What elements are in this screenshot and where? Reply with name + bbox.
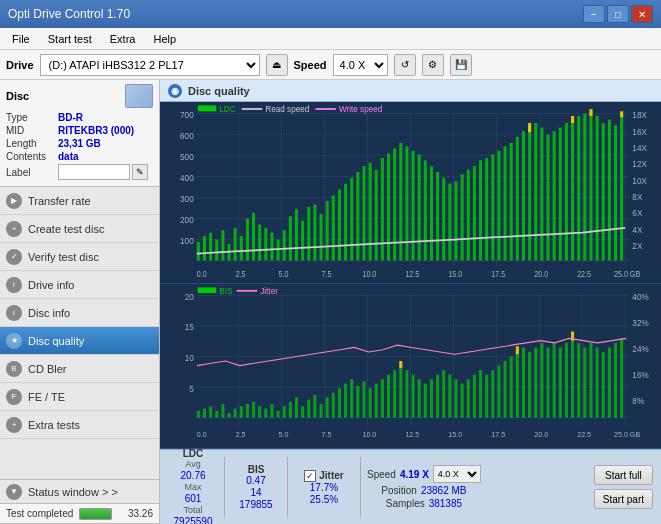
disc-mid-label: MID [6, 125, 58, 136]
nav-cd-bler[interactable]: B CD Bler [0, 355, 159, 383]
svg-rect-51 [393, 149, 396, 261]
svg-rect-53 [405, 146, 408, 260]
svg-rect-205 [583, 347, 586, 417]
svg-rect-84 [596, 116, 599, 261]
svg-text:Read speed: Read speed [265, 104, 309, 115]
nav-create-test-disc[interactable]: + Create test disc [0, 215, 159, 243]
drive-select[interactable]: (D:) ATAPI iHBS312 2 PL17 [40, 54, 260, 76]
nav-disc-quality[interactable]: ★ Disc quality [0, 327, 159, 355]
svg-rect-163 [326, 397, 329, 417]
settings-button[interactable]: ⚙ [422, 54, 444, 76]
disc-type-row: Type BD-R [6, 112, 153, 123]
menu-extra[interactable]: Extra [102, 31, 144, 47]
svg-rect-154 [270, 404, 273, 418]
svg-rect-170 [369, 388, 372, 417]
eject-button[interactable]: ⏏ [266, 54, 288, 76]
bis-chart-svg: 20 15 10 5 40% 32% 24% 16% 8% 0.0 2.5 5.… [160, 284, 661, 448]
svg-rect-189 [485, 374, 488, 417]
jitter-checkbox[interactable]: ✓ [304, 470, 316, 482]
status-window-button[interactable]: ▼ Status window > > [0, 480, 159, 504]
svg-rect-58 [436, 172, 439, 261]
svg-rect-147 [227, 413, 230, 418]
minimize-button[interactable]: − [583, 5, 605, 23]
max-ldc-value: 601 [185, 493, 202, 504]
speed-stat-select[interactable]: 4.0 X [433, 465, 481, 483]
menu-start-test[interactable]: Start test [40, 31, 100, 47]
window-controls: − □ ✕ [583, 5, 653, 23]
svg-text:32%: 32% [632, 317, 649, 327]
svg-rect-145 [215, 411, 218, 418]
nav-cd-bler-label: CD Bler [28, 363, 67, 375]
svg-rect-148 [234, 408, 237, 417]
progress-bar [79, 508, 112, 520]
nav-extra-tests[interactable]: + Extra tests [0, 411, 159, 439]
nav-drive-info[interactable]: i Drive info [0, 271, 159, 299]
disc-contents-value: data [58, 151, 79, 162]
svg-rect-151 [252, 402, 255, 418]
svg-rect-85 [602, 123, 605, 261]
start-full-button[interactable]: Start full [594, 465, 653, 485]
nav-disc-info[interactable]: i Disc info [0, 299, 159, 327]
svg-rect-208 [602, 352, 605, 418]
svg-text:10X: 10X [632, 175, 647, 186]
disc-label-input[interactable] [58, 164, 130, 180]
svg-rect-79 [565, 123, 568, 261]
speed-select[interactable]: 4.0 X [333, 54, 388, 76]
svg-rect-90 [571, 116, 574, 123]
svg-rect-74 [534, 123, 537, 261]
svg-rect-25 [234, 228, 237, 261]
svg-rect-150 [246, 404, 249, 418]
total-ldc-value: 7925590 [174, 516, 213, 525]
svg-rect-54 [412, 151, 415, 261]
svg-rect-183 [448, 374, 451, 417]
menu-file[interactable]: File [4, 31, 38, 47]
svg-rect-62 [461, 174, 464, 260]
disc-label-edit-button[interactable]: ✎ [132, 164, 148, 180]
nav-verify-test-disc-label: Verify test disc [28, 251, 99, 263]
progress-value: 33.26 [118, 508, 153, 519]
svg-rect-88 [620, 114, 623, 261]
refresh-button[interactable]: ↺ [394, 54, 416, 76]
bis-chart: 20 15 10 5 40% 32% 24% 16% 8% 0.0 2.5 5.… [160, 284, 661, 449]
disc-icon [125, 84, 153, 108]
sep2 [287, 457, 288, 517]
nav-transfer-rate[interactable]: ▶ Transfer rate [0, 187, 159, 215]
svg-rect-181 [436, 374, 439, 417]
svg-rect-200 [553, 343, 556, 418]
svg-rect-50 [387, 153, 390, 260]
svg-text:100: 100 [180, 236, 194, 247]
nav-verify-test-disc-icon: ✓ [6, 249, 22, 265]
disc-quality-header: ◉ Disc quality [160, 80, 661, 102]
svg-rect-165 [338, 388, 341, 417]
menu-help[interactable]: Help [145, 31, 184, 47]
svg-rect-195 [522, 347, 525, 417]
svg-rect-31 [270, 233, 273, 261]
svg-text:0.0: 0.0 [197, 429, 207, 438]
nav-fe-te[interactable]: F FE / TE [0, 383, 159, 411]
svg-rect-235 [198, 287, 216, 293]
save-button[interactable]: 💾 [450, 54, 472, 76]
status-bar: Test completed 33.26 [0, 504, 159, 524]
svg-rect-32 [277, 240, 280, 261]
nav-drive-info-icon: i [6, 277, 22, 293]
maximize-button[interactable]: □ [607, 5, 629, 23]
start-part-button[interactable]: Start part [594, 489, 653, 509]
svg-rect-73 [528, 125, 531, 260]
svg-rect-37 [307, 207, 310, 261]
svg-rect-178 [418, 379, 421, 418]
nav-verify-test-disc[interactable]: ✓ Verify test disc [0, 243, 159, 271]
jitter-col-header: Jitter [319, 470, 343, 481]
svg-text:22.5: 22.5 [577, 269, 591, 279]
svg-text:18X: 18X [632, 110, 647, 121]
nav-cd-bler-icon: B [6, 361, 22, 377]
svg-text:Write speed: Write speed [339, 104, 383, 115]
svg-rect-43 [344, 184, 347, 261]
svg-rect-56 [424, 160, 427, 260]
svg-rect-203 [571, 338, 574, 417]
close-button[interactable]: ✕ [631, 5, 653, 23]
status-window-icon: ▼ [6, 484, 22, 500]
svg-rect-67 [491, 154, 494, 260]
svg-text:25.0 GB: 25.0 GB [614, 429, 640, 438]
disc-length-row: Length 23,31 GB [6, 138, 153, 149]
svg-rect-66 [485, 158, 488, 261]
